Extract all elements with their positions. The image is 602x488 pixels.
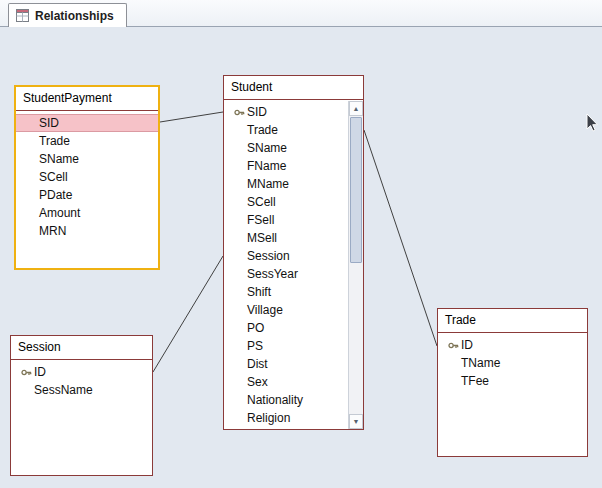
field-student-nationality[interactable]: Nationality	[224, 391, 348, 409]
field-trade-tfee[interactable]: TFee	[438, 372, 587, 390]
table-trade[interactable]: Trade ID TName TFee	[437, 308, 588, 457]
field-student-shift[interactable]: Shift	[224, 283, 348, 301]
tab-bar: Relationships	[0, 0, 602, 27]
field-student-dist[interactable]: Dist	[224, 355, 348, 373]
field-trade-id[interactable]: ID	[438, 336, 587, 354]
field-student-sessyear[interactable]: SessYear	[224, 265, 348, 283]
field-student-po[interactable]: PO	[224, 319, 348, 337]
tab-label: Relationships	[35, 9, 114, 23]
field-student-scell[interactable]: SCell	[224, 193, 348, 211]
field-studentpayment-amount[interactable]: Amount	[16, 204, 158, 222]
field-studentpayment-mrn[interactable]: MRN	[16, 222, 158, 240]
field-student-religion[interactable]: Religion	[224, 409, 348, 427]
field-student-session[interactable]: Session	[224, 247, 348, 265]
field-student-fname[interactable]: FName	[224, 157, 348, 175]
table-student-title[interactable]: Student	[224, 76, 363, 100]
field-studentpayment-sname[interactable]: SName	[16, 150, 158, 168]
field-studentpayment-trade[interactable]: Trade	[16, 132, 158, 150]
table-student[interactable]: Student SID Trade SName FName MName SCel…	[223, 75, 364, 430]
field-student-fsell[interactable]: FSell	[224, 211, 348, 229]
table-student-fields: SID Trade SName FName MName SCell FSell …	[224, 100, 363, 427]
field-student-trade[interactable]: Trade	[224, 121, 348, 139]
table-session[interactable]: Session ID SessName	[10, 335, 153, 476]
primary-key-icon	[18, 367, 34, 378]
scrollbar-up-button[interactable]: ▲	[349, 101, 363, 116]
table-trade-title[interactable]: Trade	[438, 309, 587, 333]
field-student-sid[interactable]: SID	[224, 103, 348, 121]
field-session-sessname[interactable]: SessName	[11, 381, 152, 399]
primary-key-icon	[231, 107, 247, 118]
table-session-fields: ID SessName	[11, 360, 152, 399]
tab-relationships[interactable]: Relationships	[8, 3, 127, 27]
scrollbar-thumb[interactable]	[350, 117, 362, 263]
field-studentpayment-pdate[interactable]: PDate	[16, 186, 158, 204]
field-student-ps[interactable]: PS	[224, 337, 348, 355]
table-studentpayment-title[interactable]: StudentPayment	[16, 87, 158, 111]
relationships-table-icon	[16, 9, 29, 22]
field-student-mname[interactable]: MName	[224, 175, 348, 193]
table-studentpayment[interactable]: StudentPayment SID Trade SName SCell PDa…	[14, 85, 160, 270]
table-studentpayment-fields: SID Trade SName SCell PDate Amount MRN	[16, 111, 158, 240]
field-studentpayment-sid[interactable]: SID	[16, 114, 158, 132]
field-student-sname[interactable]: SName	[224, 139, 348, 157]
table-trade-fields: ID TName TFee	[438, 333, 587, 390]
primary-key-icon	[445, 340, 461, 351]
student-table-scrollbar[interactable]: ▲ ▼	[348, 101, 363, 429]
table-session-title[interactable]: Session	[11, 336, 152, 360]
field-student-msell[interactable]: MSell	[224, 229, 348, 247]
field-session-id[interactable]: ID	[11, 363, 152, 381]
field-student-village[interactable]: Village	[224, 301, 348, 319]
field-trade-tname[interactable]: TName	[438, 354, 587, 372]
field-student-sex[interactable]: Sex	[224, 373, 348, 391]
scrollbar-down-button[interactable]: ▼	[349, 414, 363, 429]
field-studentpayment-scell[interactable]: SCell	[16, 168, 158, 186]
